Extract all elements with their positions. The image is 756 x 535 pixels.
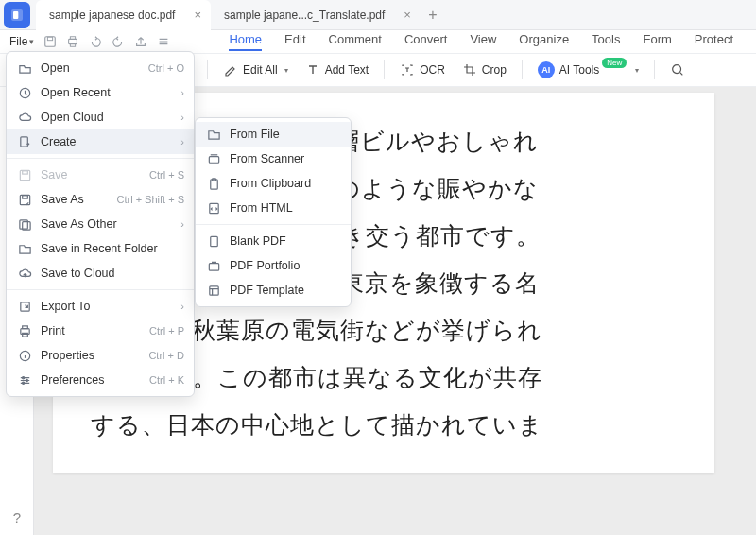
chevron-down-icon: ▾	[29, 37, 34, 46]
create-menu-pdf-template[interactable]: PDF Template	[196, 278, 351, 302]
ocr-label: OCR	[420, 63, 445, 77]
create-menu-from-file[interactable]: From File	[196, 122, 351, 147]
folder-icon	[16, 240, 33, 257]
menu-item-label: Save	[41, 168, 149, 181]
svg-rect-33	[209, 285, 217, 294]
file-menu-open-cloud[interactable]: Open Cloud ›	[7, 105, 194, 129]
chevron-right-icon: ›	[180, 301, 184, 312]
ai-tools-button[interactable]: AIAI ToolsNew▾	[532, 58, 644, 82]
menu-item-label: PDF Portfolio	[230, 259, 341, 272]
svg-point-25	[26, 379, 27, 381]
menu-item-label: Blank PDF	[230, 234, 341, 248]
file-menu-save-cloud[interactable]: Save to Cloud	[7, 261, 194, 285]
ribbon-tab-tools[interactable]: Tools	[592, 32, 620, 51]
ribbon-tab-view[interactable]: View	[470, 32, 496, 51]
svg-point-10	[673, 65, 681, 74]
ribbon-tab-comment[interactable]: Comment	[329, 32, 382, 51]
close-icon[interactable]: ×	[194, 8, 201, 22]
chevron-right-icon: ›	[180, 218, 184, 230]
search-button[interactable]	[664, 59, 691, 81]
new-badge: New	[602, 58, 627, 68]
create-menu-pdf-portfolio[interactable]: PDF Portfolio	[196, 253, 351, 278]
crop-label: Crop	[482, 63, 507, 77]
svg-point-24	[22, 376, 24, 378]
ocr-button[interactable]: OCR	[394, 59, 451, 81]
ribbon-tab-edit[interactable]: Edit	[284, 32, 305, 51]
tab-inactive[interactable]: sample japane...c_Translate.pdf ×	[211, 0, 421, 30]
create-menu-blank-pdf[interactable]: Blank PDF	[196, 229, 351, 253]
ribbon-tab-form[interactable]: Form	[643, 32, 671, 51]
new-tab-button[interactable]: +	[421, 7, 445, 24]
file-menu-open-recent[interactable]: Open Recent ›	[7, 80, 194, 105]
menu-shortcut: Ctrl + O	[148, 62, 184, 74]
svg-rect-3	[48, 37, 53, 41]
blank-icon	[205, 233, 222, 250]
ai-tools-label: AI Tools	[559, 63, 599, 77]
tab-title: sample japane...c_Translate.pdf	[224, 9, 385, 22]
edit-all-button[interactable]: Edit All▾	[217, 59, 294, 81]
crop-button[interactable]: Crop	[456, 59, 512, 81]
menu-item-label: Export To	[41, 300, 180, 313]
customize-icon[interactable]	[157, 35, 170, 48]
add-text-button[interactable]: Add Text	[300, 59, 374, 81]
file-menu-save-other[interactable]: Save As Other ›	[7, 212, 194, 236]
ribbon-tab-organize[interactable]: Organize	[519, 32, 569, 51]
svg-rect-5	[71, 37, 76, 40]
file-menu-properties[interactable]: Properties Ctrl + D	[7, 343, 194, 368]
chevron-right-icon: ›	[180, 112, 184, 123]
file-menu-export[interactable]: Export To ›	[7, 294, 194, 319]
scanner-icon	[205, 150, 222, 167]
add-text-label: Add Text	[325, 63, 369, 77]
folder-icon	[205, 126, 222, 143]
saveas-icon	[16, 191, 33, 208]
close-icon[interactable]: ×	[404, 8, 411, 22]
share-icon[interactable]	[134, 35, 147, 48]
file-menu-preferences[interactable]: Preferences Ctrl + K	[7, 368, 194, 392]
save-icon[interactable]	[43, 35, 57, 48]
html-icon	[205, 199, 222, 216]
menu-shortcut: Ctrl + D	[148, 350, 184, 361]
menu-item-label: PDF Template	[230, 284, 341, 297]
cloud-icon	[16, 109, 33, 126]
svg-rect-27	[209, 156, 218, 163]
menu-shortcut: Ctrl + S	[149, 169, 184, 181]
print-icon[interactable]	[66, 35, 79, 48]
svg-rect-16	[22, 195, 27, 198]
svg-rect-31	[210, 236, 217, 246]
menu-item-label: Save As Other	[41, 217, 180, 231]
svg-rect-1	[13, 11, 18, 19]
create-menu-from-scanner[interactable]: From Scanner	[196, 147, 351, 171]
title-bar: sample japanese doc.pdf × sample japane.…	[0, 0, 756, 30]
file-menu-save-as[interactable]: Save As Ctrl + Shift + S	[7, 187, 194, 212]
edit-all-label: Edit All	[243, 63, 278, 77]
file-menu-open[interactable]: Open Ctrl + O	[7, 56, 194, 80]
menu-item-label: Save to Cloud	[41, 267, 184, 280]
save-icon	[16, 166, 33, 183]
tab-active[interactable]: sample japanese doc.pdf ×	[36, 0, 211, 30]
file-menu-create[interactable]: Create ›	[7, 129, 194, 154]
menu-shortcut: Ctrl + Shift + S	[116, 194, 184, 205]
ribbon-tab-convert[interactable]: Convert	[404, 32, 448, 51]
create-menu-from-html[interactable]: From HTML	[196, 196, 351, 220]
create-submenu: From File From Scanner From Clipboard Fr…	[195, 117, 352, 307]
ribbon-tab-protect[interactable]: Protect	[695, 32, 733, 51]
file-menu-trigger[interactable]: File	[9, 35, 27, 48]
undo-icon[interactable]	[89, 35, 102, 48]
menu-item-label: From Scanner	[230, 152, 341, 165]
redo-icon[interactable]	[112, 35, 125, 48]
file-menu-save-recent[interactable]: Save in Recent Folder	[7, 236, 194, 261]
menu-item-label: Save As	[41, 193, 116, 206]
create-menu-from-clipboard[interactable]: From Clipboard	[196, 171, 351, 196]
menu-item-label: Properties	[41, 349, 148, 362]
info-icon	[16, 347, 33, 364]
menu-item-label: Create	[41, 135, 180, 148]
file-menu-print[interactable]: Print Ctrl + P	[7, 319, 194, 343]
file-menu-save: Save Ctrl + S	[7, 163, 194, 187]
svg-rect-21	[22, 325, 27, 328]
export-icon	[16, 298, 33, 315]
chevron-right-icon: ›	[180, 136, 184, 147]
help-button[interactable]: ?	[0, 509, 34, 526]
ribbon-tab-home[interactable]: Home	[229, 32, 262, 51]
menu-shortcut: Ctrl + K	[149, 374, 184, 386]
menu-item-label: Print	[41, 324, 149, 337]
